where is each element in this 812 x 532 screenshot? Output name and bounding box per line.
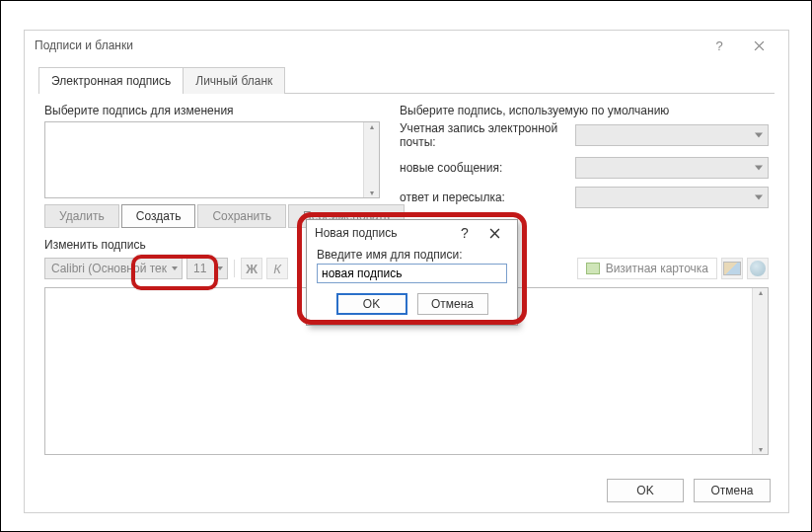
scroll-up-icon: ▴ — [759, 288, 763, 297]
top-row: Выберите подпись для изменения ▴ ▾ Удали… — [44, 104, 769, 228]
screenshot-frame: Подписи и бланки ? Электронная подпись Л… — [0, 0, 812, 532]
default-signature-grid: Учетная запись электронной почты: новые … — [400, 121, 769, 208]
delete-button[interactable]: Удалить — [44, 204, 119, 228]
select-signature-label: Выберите подпись для изменения — [44, 104, 380, 117]
modal-prompt: Введите имя для подписи: — [317, 248, 507, 262]
signature-select-panel: Выберите подпись для изменения ▴ ▾ Удали… — [44, 104, 380, 228]
separator — [234, 260, 235, 277]
save-button[interactable]: Сохранить — [197, 204, 286, 228]
account-combo[interactable] — [575, 124, 769, 146]
tab-personal-stationery[interactable]: Личный бланк — [183, 67, 285, 94]
default-signature-panel: Выберите подпись, используемую по умолча… — [400, 104, 769, 228]
titlebar: Подписи и бланки ? — [25, 31, 788, 60]
signature-list[interactable]: ▴ ▾ — [44, 121, 380, 198]
link-icon — [750, 261, 766, 276]
business-card-button[interactable]: Визитная карточка — [577, 258, 717, 279]
create-button[interactable]: Создать — [121, 204, 196, 228]
signature-name-input[interactable] — [317, 264, 507, 283]
new-signature-dialog: Новая подпись ? Введите имя для подписи:… — [306, 219, 518, 326]
modal-title: Новая подпись — [315, 226, 397, 240]
insert-link-button[interactable] — [747, 258, 769, 279]
close-icon — [489, 228, 500, 239]
modal-cancel-button[interactable]: Отмена — [417, 293, 488, 315]
window-title: Подписи и бланки — [35, 38, 133, 52]
modal-help-button[interactable]: ? — [450, 221, 480, 245]
insert-image-button[interactable] — [721, 258, 743, 279]
scroll-up-icon: ▴ — [370, 122, 374, 131]
new-messages-label: новые сообщения: — [400, 161, 567, 175]
italic-button[interactable]: К — [266, 258, 288, 279]
tab-electronic-signature[interactable]: Электронная подпись — [38, 67, 184, 94]
close-icon — [754, 40, 765, 51]
bold-button[interactable]: Ж — [241, 258, 262, 279]
close-button[interactable] — [739, 32, 778, 59]
image-icon — [723, 262, 741, 275]
modal-body: Введите имя для подписи: OK Отмена — [307, 246, 517, 325]
modal-close-button[interactable] — [480, 221, 509, 245]
scroll-down-icon: ▾ — [370, 189, 374, 197]
modal-buttons: OK Отмена — [317, 293, 507, 315]
size-combo[interactable]: 11 — [186, 258, 228, 279]
account-label: Учетная запись электронной почты: — [400, 121, 567, 149]
new-messages-combo[interactable] — [575, 157, 769, 179]
modal-titlebar: Новая подпись ? — [307, 220, 517, 246]
editor-scrollbar[interactable]: ▴ ▾ — [752, 288, 768, 454]
help-button[interactable]: ? — [700, 32, 739, 59]
scroll-down-icon: ▾ — [759, 445, 763, 454]
scrollbar[interactable]: ▴ ▾ — [363, 122, 379, 197]
business-card-icon — [586, 263, 600, 274]
tab-bar: Электронная подпись Личный бланк — [38, 66, 775, 94]
default-signature-label: Выберите подпись, используемую по умолча… — [400, 104, 769, 117]
font-combo[interactable]: Calibri (Основной тек — [44, 258, 183, 279]
modal-ok-button[interactable]: OK — [336, 293, 407, 315]
ok-button[interactable]: OK — [607, 479, 684, 502]
reply-forward-label: ответ и пересылка: — [400, 190, 567, 204]
dialog-footer: OK Отмена — [607, 479, 771, 502]
cancel-button[interactable]: Отмена — [694, 479, 771, 502]
business-card-label: Визитная карточка — [606, 262, 708, 275]
reply-forward-combo[interactable] — [575, 187, 769, 208]
